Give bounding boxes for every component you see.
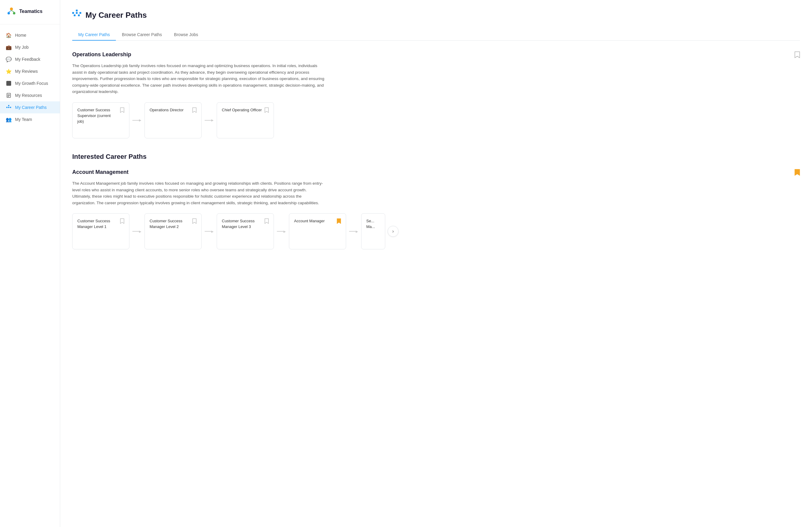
svg-rect-11 <box>8 107 9 108</box>
svg-rect-19 <box>78 14 80 16</box>
career-card-csm-level-2[interactable]: Customer Success Manager Level 2 <box>144 213 202 250</box>
card-top: Account Manager <box>294 219 341 225</box>
tab-browse-career-paths[interactable]: Browse Career Paths <box>116 29 168 41</box>
svg-rect-15 <box>76 12 78 14</box>
career-card-csm-level-3[interactable]: Customer Success Manager Level 3 <box>217 213 274 250</box>
page-header-icon <box>72 10 81 21</box>
section-header: Operations Leadership <box>72 51 800 60</box>
card-wrapper-csm1: Customer Success Manager Level 1 <box>72 213 129 250</box>
svg-rect-5 <box>6 81 11 86</box>
card-bookmark-icon[interactable] <box>120 219 124 225</box>
feedback-icon: 💬 <box>6 57 12 62</box>
reviews-icon: ⭐ <box>6 69 12 74</box>
arrow-connector-am-4 <box>346 230 361 233</box>
home-icon: 🏠 <box>6 32 12 38</box>
teamatics-logo-icon <box>6 6 17 17</box>
chevron-right-icon: › <box>392 229 394 234</box>
tab-browse-jobs[interactable]: Browse Jobs <box>168 29 204 41</box>
sidebar-item-my-feedback[interactable]: 💬 My Feedback <box>0 53 60 65</box>
card-wrapper-csm3: Customer Success Manager Level 3 <box>217 213 274 250</box>
career-card-coo[interactable]: Chief Operating Officer <box>217 102 274 138</box>
svg-rect-10 <box>8 105 9 106</box>
card-wrapper-1: Customer Success Supervisor (current job… <box>72 102 129 138</box>
sidebar-item-my-team[interactable]: 👥 My Team <box>0 114 60 125</box>
career-card-senior-manager[interactable]: Se...Ma... <box>361 213 385 250</box>
logo: Teamatics <box>0 0 60 24</box>
svg-rect-16 <box>72 12 74 14</box>
card-top: Se...Ma... <box>366 219 380 230</box>
svg-rect-7 <box>8 94 10 95</box>
arrow-connector-am-3 <box>274 230 289 233</box>
growth-icon <box>6 80 12 86</box>
arrow-connector-1 <box>129 119 144 122</box>
sidebar-item-my-job[interactable]: 💼 My Job <box>0 41 60 53</box>
sidebar-item-label: My Resources <box>15 93 42 98</box>
arrow-connector-2 <box>202 119 217 122</box>
section-title: Account Management <box>72 169 129 175</box>
interested-section: Interested Career Paths Account Manageme… <box>72 153 800 250</box>
tabs-bar: My Career Paths Browse Career Paths Brow… <box>72 29 800 41</box>
sidebar: Teamatics 🏠 Home 💼 My Job 💬 My Feedback … <box>0 0 60 527</box>
arrow-connector-am-1 <box>129 230 144 233</box>
sidebar-item-label: My Reviews <box>15 69 38 74</box>
card-title: Account Manager <box>294 219 337 224</box>
svg-rect-17 <box>79 12 81 14</box>
section-description: The Operations Leadership job family inv… <box>72 63 325 95</box>
sidebar-item-home[interactable]: 🏠 Home <box>0 29 60 41</box>
card-wrapper-2: Operations Director <box>144 102 202 138</box>
account-management-bookmark-icon[interactable] <box>795 169 800 177</box>
main-content: My Career Paths My Career Paths Browse C… <box>60 0 812 527</box>
svg-rect-8 <box>8 95 10 96</box>
sidebar-item-my-growth-focus[interactable]: My Growth Focus <box>0 77 60 89</box>
card-top: Customer Success Manager Level 2 <box>149 219 197 230</box>
section-header: Account Management <box>72 169 800 177</box>
card-wrapper-senior-manager: Se...Ma... <box>361 213 385 250</box>
card-bookmark-icon[interactable] <box>120 107 124 114</box>
tab-my-career-paths[interactable]: My Career Paths <box>72 29 116 41</box>
career-card-operations-director[interactable]: Operations Director <box>144 102 202 138</box>
card-top: Operations Director <box>149 107 197 114</box>
page-header: My Career Paths <box>72 10 800 21</box>
svg-line-4 <box>12 11 14 12</box>
career-card-csm-level-1[interactable]: Customer Success Manager Level 1 <box>72 213 129 250</box>
card-bookmark-icon[interactable] <box>264 219 269 225</box>
svg-rect-18 <box>74 14 75 16</box>
card-title: Customer Success Manager Level 2 <box>149 219 192 230</box>
sidebar-item-label: My Feedback <box>15 57 40 62</box>
card-bookmark-icon-active[interactable] <box>337 219 341 225</box>
account-management-cards-row: Customer Success Manager Level 1 <box>72 213 385 250</box>
card-top: Customer Success Manager Level 3 <box>222 219 269 230</box>
svg-rect-13 <box>10 107 11 108</box>
card-title: Se...Ma... <box>366 219 380 230</box>
section-description: The Account Management job family involv… <box>72 180 325 206</box>
svg-rect-12 <box>6 107 8 108</box>
card-top: Chief Operating Officer <box>222 107 269 114</box>
svg-point-1 <box>8 12 10 14</box>
card-top: Customer Success Supervisor (current job… <box>77 107 124 124</box>
card-bookmark-icon[interactable] <box>192 107 197 114</box>
arrow-connector-am-2 <box>202 230 217 233</box>
card-bookmark-icon[interactable] <box>264 107 269 114</box>
resources-icon <box>6 93 12 98</box>
svg-line-3 <box>9 11 12 12</box>
sidebar-item-my-resources[interactable]: My Resources <box>0 89 60 101</box>
card-title: Operations Director <box>149 107 192 113</box>
sidebar-item-label: Home <box>15 33 26 37</box>
card-title: Chief Operating Officer <box>222 107 264 113</box>
career-paths-icon <box>6 105 12 110</box>
sidebar-item-my-career-paths[interactable]: My Career Paths <box>0 101 60 114</box>
career-card-css-supervisor[interactable]: Customer Success Supervisor (current job… <box>72 102 129 138</box>
card-bookmark-icon[interactable] <box>192 219 197 225</box>
operations-bookmark-icon[interactable] <box>795 51 800 60</box>
scroll-next-button[interactable]: › <box>388 226 398 237</box>
team-icon: 👥 <box>6 117 12 122</box>
card-wrapper-csm2: Customer Success Manager Level 2 <box>144 213 202 250</box>
career-card-account-manager[interactable]: Account Manager <box>289 213 346 250</box>
section-title: Operations Leadership <box>72 51 131 58</box>
sidebar-item-label: My Career Paths <box>15 105 47 110</box>
svg-point-2 <box>13 12 15 14</box>
card-wrapper-account-manager: Account Manager <box>289 213 346 250</box>
job-icon: 💼 <box>6 45 12 50</box>
operations-cards-row: Customer Success Supervisor (current job… <box>72 102 800 138</box>
sidebar-item-my-reviews[interactable]: ⭐ My Reviews <box>0 65 60 77</box>
